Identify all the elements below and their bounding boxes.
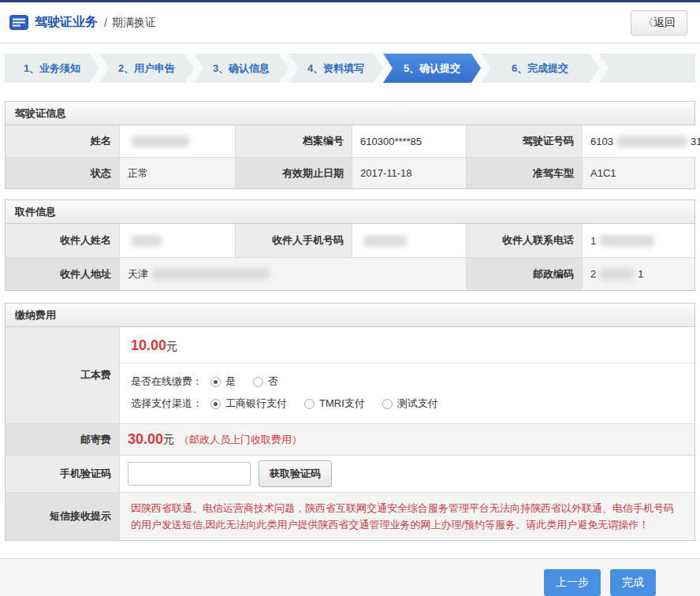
radio-option-icbc[interactable]: 工商银行支付	[210, 397, 287, 411]
field-label-vehicle-class: 准驾车型	[466, 157, 582, 188]
field-value-status: 正常	[119, 157, 235, 188]
sms-tip-row: 短信接收提示 因陕西省联通、电信运营商技术问题，陕西省互联网交通安全综合服务管理…	[6, 492, 694, 540]
get-code-button[interactable]: 获取验证码	[259, 460, 332, 487]
section-title-fees: 缴纳费用	[6, 304, 694, 327]
section-fees: 缴纳费用 工本费 10.00元 是否在线缴费： 是 否 选择支付渠道：	[5, 303, 695, 541]
field-value-name	[119, 125, 235, 157]
field-value-file-number: 610300****85	[352, 125, 466, 157]
redacted-value	[151, 268, 270, 280]
radio-option-yes[interactable]: 是	[210, 374, 236, 389]
table-row: 状态 正常 有效期止日期 2017-11-18 准驾车型 A1C1	[6, 157, 694, 188]
radio-selected-icon[interactable]	[210, 377, 221, 387]
radio-option-no[interactable]: 否	[253, 374, 278, 389]
field-label-expiry: 有效期止日期	[235, 157, 352, 188]
radio-unselected-icon[interactable]	[382, 399, 393, 409]
field-label-file-number: 档案编号	[235, 125, 352, 157]
captcha-input[interactable]	[128, 462, 251, 486]
redacted-value	[616, 136, 687, 147]
field-value-expiry: 2017-11-18	[352, 157, 466, 188]
step-item-1[interactable]: 1、业务须知	[5, 54, 99, 83]
field-value-recipient-name	[119, 224, 235, 257]
document-list-icon	[9, 15, 28, 30]
section-license-info: 驾驶证信息 姓名 档案编号 610300****85 驾驶证号码 6103316…	[5, 101, 695, 189]
page-subtitle: 期满换证	[112, 16, 156, 30]
field-label-license-fee: 工本费	[6, 327, 119, 423]
step-item-6[interactable]: 6、完成提交	[481, 54, 599, 83]
mail-fee-amount: 30.00	[128, 431, 163, 448]
redacted-value	[599, 268, 635, 280]
redacted-value	[131, 136, 190, 147]
step-item-5-active[interactable]: 5、确认提交	[383, 54, 481, 83]
breadcrumb-separator: /	[104, 17, 107, 29]
field-label-recipient-mobile: 收件人手机号码	[235, 224, 352, 257]
field-value-license-number: 61033163X	[582, 125, 700, 157]
license-fee-row: 工本费 10.00元 是否在线缴费： 是 否 选择支付渠道：	[6, 327, 694, 423]
license-fee-value: 10.00元 是否在线缴费： 是 否 选择支付渠道： 工商银行支付	[119, 327, 694, 423]
field-label-recipient-name: 收件人姓名	[6, 224, 119, 257]
radio-option-tmri[interactable]: TMRI支付	[304, 397, 365, 411]
field-label-recipient-phone: 收件人联系电话	[466, 224, 582, 257]
table-row: 收件人地址 天津 邮政编码 21	[6, 257, 694, 290]
redacted-value	[131, 235, 162, 247]
redacted-value	[363, 235, 407, 247]
table-row: 收件人姓名 收件人手机号码 收件人联系电话 1	[6, 224, 694, 257]
field-label-sms-tip: 短信接收提示	[6, 492, 119, 540]
table-row: 姓名 档案编号 610300****85 驾驶证号码 61033163X	[6, 125, 694, 157]
radio-unselected-icon[interactable]	[253, 377, 263, 387]
field-value-recipient-address: 天津	[119, 257, 466, 290]
mail-fee-note: （邮政人员上门收取费用）	[179, 433, 302, 447]
finish-button[interactable]: 完成	[610, 569, 656, 596]
mail-fee-value: 30.00元 （邮政人员上门收取费用）	[119, 423, 694, 455]
payment-channel-question: 选择支付渠道：	[131, 397, 203, 411]
field-value-postcode: 21	[582, 257, 694, 290]
radio-unselected-icon[interactable]	[304, 399, 315, 409]
sms-warning-text: 因陕西省联通、电信运营商技术问题，陕西省互联网交通安全综合服务管理平台无法向持陕…	[119, 492, 694, 540]
field-value-vehicle-class: A1C1	[582, 157, 694, 188]
section-pickup-info: 取件信息 收件人姓名 收件人手机号码 收件人联系电话 1 收件人地址 天津 邮政…	[5, 199, 695, 291]
captcha-value-cell: 获取验证码	[119, 455, 694, 492]
app-header: 驾驶证业务 / 期满换证 〈返回	[0, 2, 700, 43]
license-fee-amount: 10.00	[131, 337, 166, 353]
step-item-3[interactable]: 3、确认信息	[194, 54, 289, 83]
field-value-recipient-mobile	[352, 224, 466, 257]
field-label-name: 姓名	[6, 125, 119, 157]
section-title-license: 驾驶证信息	[6, 102, 694, 125]
license-fee-amount-line: 10.00元	[120, 327, 694, 363]
field-label-license-number: 驾驶证号码	[466, 125, 582, 157]
redacted-value	[599, 235, 654, 247]
radio-option-test[interactable]: 测试支付	[382, 397, 438, 411]
field-value-recipient-phone: 1	[582, 224, 694, 257]
footer-action-bar: 上一步 完成	[0, 559, 700, 596]
step-item-4[interactable]: 4、资料填写	[289, 54, 383, 83]
radio-selected-icon[interactable]	[210, 399, 221, 409]
mail-fee-row: 邮寄费 30.00元 （邮政人员上门收取费用）	[6, 423, 694, 455]
captcha-row: 手机验证码 获取验证码	[6, 455, 694, 492]
field-label-mail-fee: 邮寄费	[6, 423, 119, 455]
prev-step-button[interactable]: 上一步	[544, 569, 601, 596]
online-payment-radio-group: 是否在线缴费： 是 否	[131, 371, 683, 393]
back-button[interactable]: 〈返回	[631, 10, 687, 35]
field-label-recipient-address: 收件人地址	[6, 257, 119, 290]
online-payment-question: 是否在线缴费：	[131, 374, 203, 389]
step-item-2[interactable]: 2、用户申告	[99, 54, 194, 83]
page-title: 驾驶证业务	[35, 14, 98, 31]
payment-channel-radio-group: 选择支付渠道： 工商银行支付 TMRI支付 测试支付	[131, 393, 683, 415]
payment-options-block: 是否在线缴费： 是 否 选择支付渠道： 工商银行支付 TMRI支付	[120, 363, 694, 423]
field-label-captcha: 手机验证码	[6, 455, 119, 492]
section-title-pickup: 取件信息	[6, 200, 694, 224]
step-bar-filler	[599, 54, 695, 83]
step-bar: 1、业务须知 2、用户申告 3、确认信息 4、资料填写 5、确认提交 6、完成提…	[5, 54, 695, 83]
field-label-postcode: 邮政编码	[466, 257, 582, 290]
field-label-status: 状态	[6, 157, 119, 188]
